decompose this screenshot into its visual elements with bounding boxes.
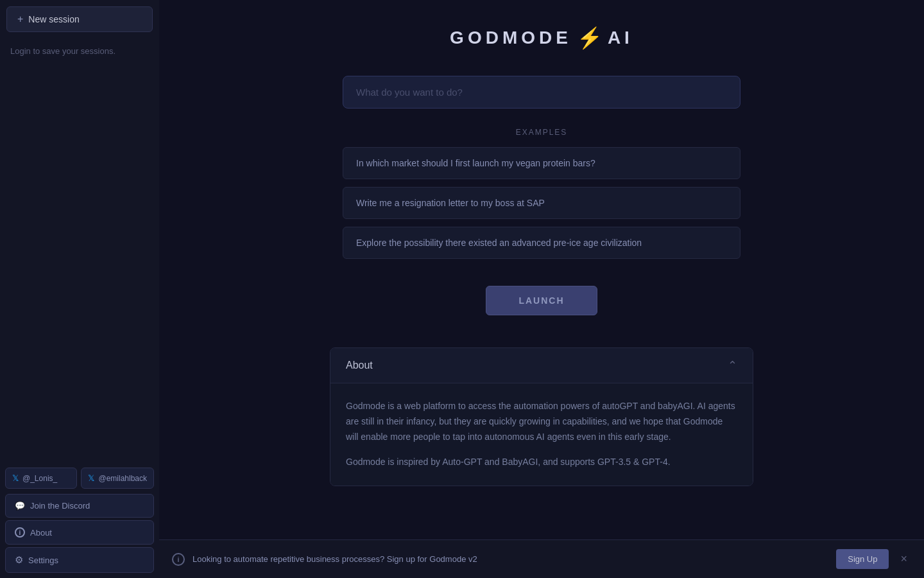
gear-icon: ⚙ [15,554,23,566]
new-session-button[interactable]: + New session [6,6,153,32]
examples-label: EXAMPLES [343,128,740,137]
twitter-user-1-button[interactable]: 𝕏 @_Lonis_ [5,468,77,489]
logo-left-text: GODMODE [450,28,572,48]
about-paragraph-1: Godmode is a web platform to access the … [346,399,737,444]
example-card-3[interactable]: Explore the possibility there existed an… [343,227,740,259]
settings-label: Settings [28,556,58,565]
example-text-2: Write me a resignation letter to my boss… [356,198,545,208]
signup-button[interactable]: Sign Up [836,549,889,569]
discord-label: Join the Discord [30,501,90,511]
settings-button[interactable]: ⚙ Settings [5,547,154,573]
twitter-handle-2: @emilahlback [98,474,147,483]
example-card-1[interactable]: In which market should I first launch my… [343,147,740,179]
twitter-handle-1: @_Lonis_ [22,474,57,483]
logo-area: GODMODE ⚡ AI [450,26,633,50]
main-content: GODMODE ⚡ AI EXAMPLES In which market sh… [159,0,924,578]
chevron-up-icon: ⌃ [728,358,737,372]
info-circle-icon: i [15,527,25,538]
notification-text: Looking to automate repetitive business … [193,554,828,564]
about-sidebar-button[interactable]: i About [5,520,154,545]
launch-button[interactable]: LAUNCH [486,286,597,315]
about-paragraph-2: Godmode is inspired by Auto-GPT and Baby… [346,455,737,470]
about-header[interactable]: About ⌃ [330,348,753,383]
twitter-user-2-button[interactable]: 𝕏 @emilahlback [81,468,154,489]
sidebar-bottom: 𝕏 @_Lonis_ 𝕏 @emilahlback 💬 Join the Dis… [0,462,159,578]
twitter-icon-1: 𝕏 [12,473,19,483]
close-banner-button[interactable]: × [896,551,911,567]
login-text: Login to save your sessions. [0,39,159,64]
search-container [343,76,740,109]
notification-info-icon: i [172,553,185,566]
sidebar: + New session Login to save your session… [0,0,159,578]
search-input[interactable] [343,76,740,109]
sidebar-spacer [0,64,159,462]
plus-icon: + [17,13,23,25]
lightning-icon: ⚡ [577,26,603,50]
example-text-1: In which market should I first launch my… [356,158,595,168]
notification-banner: i Looking to automate repetitive busines… [159,539,924,578]
about-title: About [346,360,373,371]
twitter-icon-2: 𝕏 [88,473,94,483]
example-card-2[interactable]: Write me a resignation letter to my boss… [343,187,740,219]
example-text-3: Explore the possibility there existed an… [356,238,642,248]
about-label: About [30,528,52,538]
logo-right-text: AI [608,28,633,48]
twitter-buttons-row: 𝕏 @_Lonis_ 𝕏 @emilahlback [5,468,154,489]
examples-section: EXAMPLES In which market should I first … [343,128,740,267]
join-discord-button[interactable]: 💬 Join the Discord [5,494,154,518]
new-session-label: New session [28,14,79,24]
about-content: Godmode is a web platform to access the … [330,383,753,486]
discord-icon: 💬 [15,501,25,511]
about-section: About ⌃ Godmode is a web platform to acc… [330,347,753,486]
